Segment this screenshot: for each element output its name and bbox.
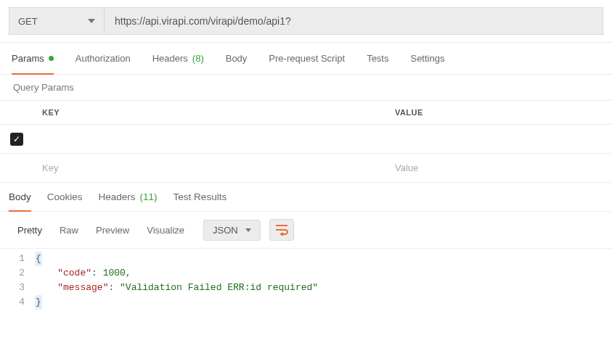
tab-prerequest[interactable]: Pre-request Script	[269, 43, 345, 74]
status-dot-icon	[49, 56, 54, 61]
format-value: JSON	[213, 225, 238, 236]
code-line: 1 {	[0, 252, 612, 266]
tab-label: Headers	[152, 53, 188, 64]
wrap-lines-button[interactable]	[269, 219, 294, 241]
wrap-icon	[275, 224, 288, 236]
tab-tests[interactable]: Tests	[367, 43, 388, 74]
line-number: 4	[0, 295, 35, 310]
response-toolbar: Pretty Raw Preview Visualize JSON	[0, 212, 612, 248]
view-visualize[interactable]: Visualize	[147, 225, 184, 236]
count-badge: (11)	[140, 191, 158, 202]
table-row: ✓	[0, 125, 612, 154]
response-tab-body[interactable]: Body	[9, 183, 31, 211]
tab-label: Tests	[367, 53, 388, 64]
json-key: "message"	[57, 282, 108, 293]
column-header-value: VALUE	[386, 101, 612, 125]
column-header-check	[0, 101, 33, 125]
tab-label: Cookies	[47, 191, 83, 202]
tab-body[interactable]: Body	[226, 43, 248, 74]
url-input[interactable]	[105, 7, 603, 35]
code-brace: {	[35, 252, 42, 266]
tab-label: Params	[12, 53, 44, 64]
method-select[interactable]: GET	[9, 7, 105, 35]
response-body[interactable]: 1 { 2 "code": 1000, 3 "message": "Valida…	[0, 248, 612, 324]
value-input[interactable]	[386, 125, 612, 153]
view-pretty[interactable]: Pretty	[17, 225, 42, 236]
request-bar: GET	[0, 0, 612, 43]
view-raw[interactable]: Raw	[60, 225, 78, 236]
code-line: 4 }	[0, 295, 612, 310]
line-number: 2	[0, 266, 35, 281]
format-select[interactable]: JSON	[203, 220, 261, 241]
json-string: "Validation Failed ERR:id required"	[120, 282, 318, 293]
code-brace: }	[35, 295, 42, 310]
method-value: GET	[18, 16, 38, 27]
response-tabs: Body Cookies Headers (11) Test Results	[0, 183, 612, 212]
key-input[interactable]	[33, 154, 386, 182]
tab-label: Body	[226, 53, 248, 64]
response-tab-headers[interactable]: Headers (11)	[99, 183, 158, 211]
tab-label: Settings	[410, 53, 444, 64]
view-mode-group: Pretty Raw Preview Visualize	[12, 225, 196, 236]
tab-params[interactable]: Params	[12, 43, 54, 74]
column-header-key: KEY	[33, 101, 386, 125]
tab-headers[interactable]: Headers (8)	[152, 43, 204, 74]
json-number: 1000	[103, 268, 126, 278]
json-punc: ,	[126, 268, 131, 278]
view-preview[interactable]: Preview	[96, 225, 129, 236]
line-number: 1	[0, 252, 35, 266]
chevron-down-icon	[245, 228, 251, 232]
table-row-new	[0, 154, 612, 183]
json-punc: :	[91, 268, 103, 278]
json-key: "code"	[57, 268, 91, 278]
value-input[interactable]	[386, 154, 612, 182]
tab-label: Authorization	[76, 53, 131, 64]
tab-label: Test Results	[174, 191, 227, 202]
key-input[interactable]	[33, 125, 386, 153]
section-label-query: Query Params	[0, 75, 612, 101]
json-punc: :	[108, 282, 120, 293]
response-tab-cookies[interactable]: Cookies	[47, 183, 83, 211]
tab-label: Headers	[99, 191, 136, 202]
request-tabs: Params Authorization Headers (8) Body Pr…	[0, 43, 612, 75]
tab-label: Pre-request Script	[269, 53, 345, 64]
code-line: 3 "message": "Validation Failed ERR:id r…	[0, 281, 612, 295]
chevron-down-icon	[88, 19, 95, 23]
code-line: 2 "code": 1000,	[0, 266, 612, 281]
checkbox-checked[interactable]: ✓	[10, 133, 23, 146]
params-table: KEY VALUE ✓	[0, 101, 612, 183]
tab-settings[interactable]: Settings	[410, 43, 444, 74]
line-number: 3	[0, 281, 35, 295]
count-badge: (8)	[192, 53, 204, 64]
tab-label: Body	[9, 191, 31, 202]
response-tab-test-results[interactable]: Test Results	[174, 183, 227, 211]
tab-authorization[interactable]: Authorization	[76, 43, 131, 74]
